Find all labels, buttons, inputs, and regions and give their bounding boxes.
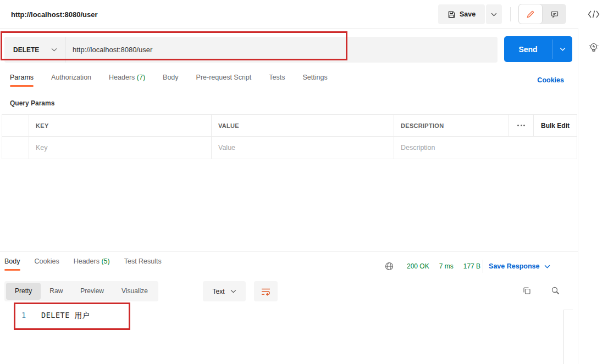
table-header-row: KEY VALUE DESCRIPTION Bulk Edit — [2, 115, 577, 137]
url-input[interactable]: http://localhost:8080/user — [65, 37, 498, 63]
view-tab-pretty[interactable]: Pretty — [6, 283, 41, 300]
comment-icon — [550, 10, 559, 19]
save-button-label: Save — [460, 10, 476, 18]
key-input[interactable]: Key — [29, 137, 212, 159]
wrap-lines-icon — [261, 287, 271, 296]
value-input[interactable]: Value — [212, 137, 394, 159]
response-tab-test-results[interactable]: Test Results — [124, 257, 162, 271]
description-input[interactable]: Description — [394, 137, 577, 159]
tab-settings[interactable]: Settings — [302, 74, 327, 87]
status-divider — [483, 260, 483, 273]
response-tab-body[interactable]: Body — [4, 257, 20, 271]
chevron-down-icon — [51, 48, 57, 52]
status-code: 200 OK — [407, 262, 429, 270]
tab-headers[interactable]: Headers (7) — [109, 74, 145, 87]
chevron-down-icon — [560, 47, 566, 51]
response-tabs: Body Cookies Headers (5) Test Results — [4, 257, 162, 271]
response-view-switcher: Pretty Raw Preview Visualize — [4, 281, 158, 301]
response-headers-count-badge: (5) — [101, 257, 109, 265]
status-time: 7 ms — [439, 262, 454, 270]
cookies-link[interactable]: Cookies — [537, 76, 564, 84]
send-button[interactable]: Send — [504, 36, 552, 62]
response-line-number: 1 — [21, 311, 26, 320]
request-tabs: Params Authorization Headers (7) Body Pr… — [10, 74, 328, 87]
format-select-value: Text — [212, 288, 224, 295]
response-scrollbar[interactable] — [563, 310, 573, 364]
save-options-button[interactable] — [486, 4, 502, 24]
right-sidebar — [579, 0, 608, 364]
row-handle[interactable] — [2, 137, 29, 159]
search-response-icon[interactable] — [551, 286, 560, 295]
code-snippet-icon[interactable] — [579, 10, 608, 19]
query-params-table: KEY VALUE DESCRIPTION Bulk Edit Key Valu… — [2, 114, 577, 159]
view-tab-visualize[interactable]: Visualize — [113, 283, 157, 300]
status-size: 177 B — [463, 262, 480, 270]
response-status-bar: 200 OK 7 ms 177 B Save Response — [385, 260, 550, 273]
header-divider — [510, 7, 511, 21]
more-options-button[interactable] — [509, 115, 534, 136]
response-tab-headers[interactable]: Headers (5) — [74, 257, 110, 271]
more-dots-icon — [517, 125, 525, 126]
tab-params[interactable]: Params — [10, 74, 34, 87]
table-row: Key Value Description — [2, 137, 577, 159]
save-button[interactable]: Save — [438, 4, 485, 24]
comment-button[interactable] — [543, 4, 566, 24]
lightbulb-hint-icon[interactable] — [579, 41, 608, 55]
tab-pre-request-script[interactable]: Pre-request Script — [196, 74, 252, 87]
tab-body[interactable]: Body — [163, 74, 179, 87]
network-globe-icon[interactable] — [385, 262, 394, 271]
request-url-group: DELETE http://localhost:8080/user — [4, 37, 498, 63]
method-select[interactable]: DELETE — [4, 37, 65, 63]
edit-comment-toggle — [518, 4, 566, 24]
pencil-icon — [526, 10, 535, 19]
copy-response-icon[interactable] — [522, 286, 532, 295]
request-title: http://localhost:8080/user — [11, 10, 97, 19]
chevron-down-icon — [491, 13, 497, 16]
query-params-title: Query Params — [10, 99, 54, 107]
headers-count-badge: (7) — [137, 74, 145, 81]
edit-button[interactable] — [518, 4, 543, 24]
tab-authorization[interactable]: Authorization — [51, 74, 91, 87]
wrap-lines-button[interactable] — [254, 281, 278, 301]
method-label: DELETE — [13, 46, 39, 54]
row-handle-column — [2, 115, 29, 136]
description-column-header: DESCRIPTION — [394, 115, 509, 136]
view-tab-raw[interactable]: Raw — [41, 283, 71, 300]
value-column-header: VALUE — [212, 115, 394, 136]
response-tab-cookies[interactable]: Cookies — [35, 257, 59, 271]
postman-app: http://localhost:8080/user Save — [0, 0, 608, 364]
chevron-down-icon — [230, 289, 236, 293]
send-button-group: Send — [504, 36, 572, 62]
save-response-button[interactable]: Save Response — [489, 262, 550, 270]
key-column-header: KEY — [29, 115, 212, 136]
response-section-divider — [0, 251, 578, 252]
request-response-panel: http://localhost:8080/user Save — [0, 0, 578, 364]
request-header: http://localhost:8080/user Save — [0, 0, 578, 29]
send-options-button[interactable] — [552, 36, 572, 62]
view-tab-preview[interactable]: Preview — [71, 283, 113, 300]
response-line-text: DELETE 用户 — [41, 311, 90, 321]
chevron-down-icon — [544, 265, 550, 268]
bulk-edit-button[interactable]: Bulk Edit — [534, 115, 577, 136]
tab-tests[interactable]: Tests — [269, 74, 285, 87]
response-format-select[interactable]: Text — [203, 281, 246, 301]
save-icon — [447, 10, 456, 19]
